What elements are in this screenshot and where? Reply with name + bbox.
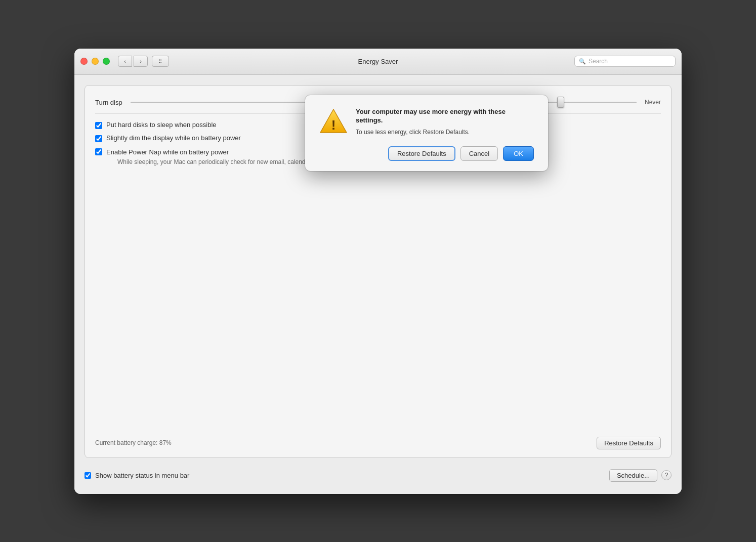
- search-icon: 🔍: [579, 58, 586, 65]
- dialog-overlay: ! Your computer may use more energy with…: [74, 75, 682, 494]
- dialog-restore-defaults-button[interactable]: Restore Defaults: [388, 146, 455, 161]
- back-button[interactable]: ‹: [118, 56, 132, 67]
- maximize-button[interactable]: [103, 58, 110, 65]
- svg-text:!: !: [331, 117, 336, 133]
- grid-button[interactable]: ⠿: [152, 56, 169, 67]
- main-content: Turn disp Never Put hard disks to sleep …: [74, 75, 682, 494]
- minimize-button[interactable]: [92, 58, 99, 65]
- back-icon: ‹: [124, 58, 126, 64]
- traffic-lights: [80, 58, 110, 65]
- search-input[interactable]: [589, 58, 671, 65]
- search-box[interactable]: 🔍: [574, 56, 676, 67]
- window-title: Energy Saver: [358, 58, 398, 65]
- main-window: ‹ › ⠿ Energy Saver 🔍 Turn disp: [74, 49, 682, 494]
- dialog-buttons: Restore Defaults Cancel OK: [319, 146, 534, 161]
- grid-icon: ⠿: [158, 59, 162, 64]
- dialog-message: To use less energy, click Restore Defaul…: [356, 128, 534, 137]
- forward-icon: ›: [140, 58, 142, 64]
- forward-button[interactable]: ›: [134, 56, 148, 67]
- dialog-text-area: Your computer may use more energy with t…: [356, 107, 534, 137]
- alert-dialog: ! Your computer may use more energy with…: [305, 95, 548, 172]
- close-button[interactable]: [80, 58, 88, 65]
- nav-buttons: ‹ ›: [118, 56, 148, 67]
- dialog-ok-button[interactable]: OK: [503, 146, 534, 161]
- warning-icon: !: [319, 107, 348, 136]
- dialog-title: Your computer may use more energy with t…: [356, 107, 534, 125]
- titlebar: ‹ › ⠿ Energy Saver 🔍: [74, 49, 682, 75]
- dialog-top: ! Your computer may use more energy with…: [319, 107, 534, 137]
- dialog-cancel-button[interactable]: Cancel: [460, 146, 498, 161]
